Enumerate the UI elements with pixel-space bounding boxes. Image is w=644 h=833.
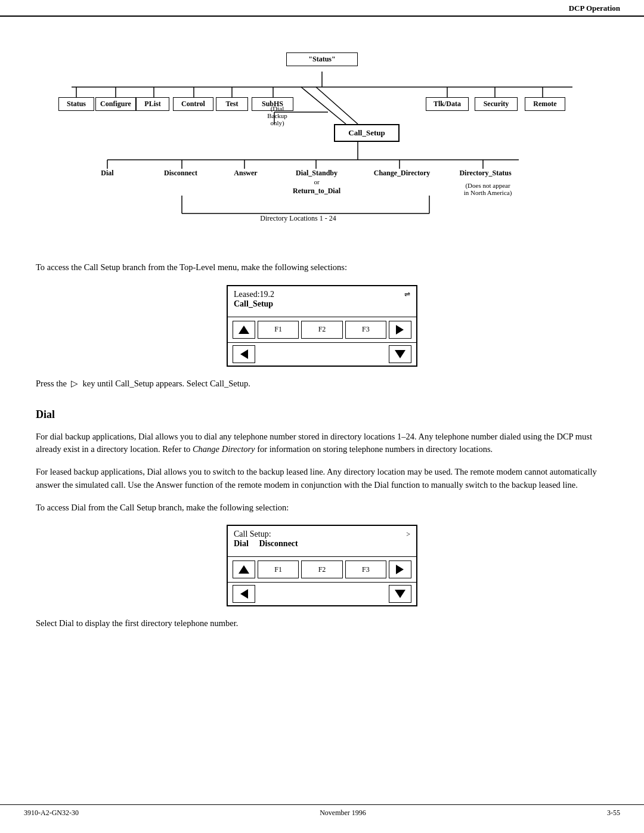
phone-widget-1: Leased:19.2 ⇌ Call_Setup F1 F2 F3	[227, 285, 417, 367]
phone-btn-right-2[interactable]	[389, 561, 411, 578]
menu-remote: Remote	[525, 97, 565, 111]
page-header: DCP Operation	[0, 0, 644, 17]
display-line1-left: Leased:19.2	[234, 290, 274, 299]
footer-center: November 1996	[320, 809, 366, 817]
phone-btn-up-2[interactable]	[233, 561, 255, 578]
menu-plist: PList	[136, 97, 169, 111]
phone-btn-left-1[interactable]	[233, 345, 255, 363]
dial-backup-label: (DialBackuponly)	[253, 105, 301, 126]
call-setup-box: Call_Setup	[334, 124, 400, 142]
diagram-lines	[54, 41, 590, 243]
phone-display-line2: Call_Setup	[234, 299, 410, 309]
phone-buttons-row-1b	[228, 342, 416, 366]
f3-label: F3	[362, 325, 370, 334]
phone-display-2-line1: Call Setup: >	[234, 529, 410, 539]
footer-left: 3910-A2-GN32-30	[24, 809, 79, 817]
phone-display-2: Call Setup: > Dial Disconnect	[228, 526, 416, 557]
sub-dial: Dial	[92, 169, 122, 178]
f1-label-2: F1	[274, 565, 282, 574]
phone-btn-left-2[interactable]	[233, 585, 255, 603]
menu-test: Test	[216, 97, 248, 111]
phone-btn-f1-2[interactable]: F1	[258, 561, 299, 578]
dial-heading: Dial	[36, 408, 608, 421]
f2-label: F2	[318, 325, 326, 334]
phone-widget-2: Call Setup: > Dial Disconnect F1 F2 F3	[227, 525, 417, 606]
f1-label: F1	[274, 325, 282, 334]
phone-btn-f2-1[interactable]: F2	[301, 321, 342, 339]
display-line1-right: ⇌	[404, 290, 410, 299]
phone-buttons-row-1: F1 F2 F3	[228, 317, 416, 342]
display2-line2-left: Dial	[234, 539, 249, 548]
phone-btn-f1-1[interactable]: F1	[258, 321, 299, 339]
phone-display-1: Leased:19.2 ⇌ Call_Setup	[228, 286, 416, 317]
diagram-area: "Status" Status Configure PList Control …	[54, 41, 590, 243]
f3-label-2: F3	[362, 565, 370, 574]
left-triangle-icon	[240, 349, 248, 359]
dial-access-text: To access Dial from the Call Setup branc…	[36, 501, 608, 515]
menu-tlkdata: Tlk/Data	[426, 97, 469, 111]
down-triangle-icon-2	[395, 590, 405, 598]
phone-display-2-line2: Dial Disconnect	[234, 539, 410, 549]
phone-btn-f2-2[interactable]: F2	[301, 561, 342, 578]
phone-btn-f3-1[interactable]: F3	[345, 321, 386, 339]
dir-locations-label: Directory Locations 1 - 24	[227, 214, 370, 223]
dial-para2: For leased backup applications, Dial all…	[36, 466, 608, 492]
change-directory-italic: Change Directory	[193, 444, 255, 454]
select-dial-text: Select Dial to display the first directo…	[36, 617, 608, 630]
menu-security: Security	[475, 97, 518, 111]
status-top-box: "Status"	[286, 52, 358, 66]
phone-display-line1: Leased:19.2 ⇌	[234, 290, 410, 299]
menu-configure: Configure	[95, 97, 136, 111]
menu-control: Control	[173, 97, 213, 111]
display2-line1-left: Call Setup:	[234, 529, 271, 539]
sub-disconnect: Disconnect	[154, 169, 208, 178]
right-triangle-icon	[396, 325, 404, 335]
phone-btn-f3-2[interactable]: F3	[345, 561, 386, 578]
up-triangle-icon-2	[239, 565, 249, 574]
right-triangle-icon-2	[396, 565, 404, 574]
up-triangle-icon	[239, 326, 249, 334]
intro-paragraph: To access the Call Setup branch from the…	[36, 261, 608, 274]
phone-btn-down-1[interactable]	[389, 345, 411, 363]
svg-line-8	[301, 87, 346, 124]
phone-btn-down-2[interactable]	[389, 585, 411, 603]
display2-line1-right: >	[406, 530, 410, 539]
page-content: "Status" Status Configure PList Control …	[0, 17, 644, 664]
svg-line-9	[316, 87, 358, 124]
sub-changedirectory: Change_Directory	[366, 169, 438, 178]
down-triangle-icon-1	[395, 350, 405, 358]
phone-buttons-row-2: F1 F2 F3	[228, 557, 416, 582]
f2-label-2: F2	[318, 565, 326, 574]
sub-answer: Answer	[225, 169, 266, 178]
press-text: Press the ▷ key until Call_Setup appears…	[36, 377, 608, 391]
left-triangle-icon-2	[240, 589, 248, 599]
menu-status: Status	[58, 97, 94, 111]
sub-dialstandby: Dial_StandbyorReturn_to_Dial	[278, 169, 355, 196]
display2-line2-right: Disconnect	[259, 539, 298, 548]
dir-status-note: (Does not appearin North America)	[452, 182, 524, 196]
phone-buttons-row-2b	[228, 582, 416, 605]
footer-right: 3-55	[607, 809, 620, 817]
phone-btn-up-1[interactable]	[233, 321, 255, 339]
sub-directorystatus: Directory_Status	[450, 169, 521, 178]
page-footer: 3910-A2-GN32-30 November 1996 3-55	[0, 804, 644, 821]
phone-btn-right-1[interactable]	[389, 321, 411, 339]
header-title: DCP Operation	[569, 4, 620, 13]
dial-para1: For dial backup applications, Dial allow…	[36, 431, 608, 457]
